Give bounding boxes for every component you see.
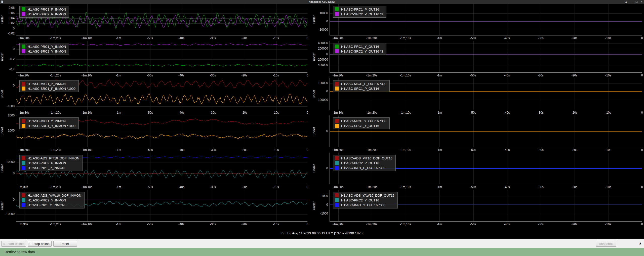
legend[interactable]: H1:ASC-MICH_Y_INMONH1:ASC-SRC1_Y_INMON *… [19, 117, 79, 129]
legend-entry: H1:ASC-MICH_Y_OUT16 *300 [335, 119, 386, 123]
plot-area[interactable]: H1:ASC-ADS_PIT10_DOF_OUT16H1:ASC-PRC2_P_… [330, 153, 642, 184]
x-tick-label: -1m,20s [366, 223, 377, 226]
plot-ads-yaw-inmon[interactable]: undef0-10000H1:ASC-ADS_YAW10_DOF_INMONH1… [0, 190, 312, 227]
plot-grid: undef0.080.060.040.020-0.02H1:ASC-PRC1_P… [0, 4, 644, 228]
x-tick-label: -1m [116, 36, 121, 40]
legend[interactable]: H1:ASC-MICH_P_OUT16 *300H1:ASC-SRC1_P_OU… [333, 80, 390, 92]
trace [16, 64, 307, 67]
maximize-icon[interactable]: □ [636, 0, 637, 4]
y-tick-label: 0 [315, 166, 328, 170]
y-tick-label: -100000 [315, 98, 328, 102]
x-tick-label: -40s [179, 148, 184, 152]
stop-checkbox-icon [30, 243, 32, 245]
x-tick-label: -1m [437, 223, 442, 226]
close-icon[interactable]: × [641, 0, 642, 4]
y-tick-label: -1000 [4, 104, 15, 108]
x-tick-label: -30s [538, 111, 544, 114]
x-tick-label: -1m,30s [333, 36, 343, 40]
plot-mich-src1-pit-inmon[interactable]: undef0-1000H1:ASC-MICH_P_INMONH1:ASC-SRC… [0, 78, 312, 115]
legend-swatch-icon [335, 198, 339, 202]
plot-ads-pit-out[interactable]: undef0H1:ASC-ADS_PIT10_DOF_OUT16H1:ASC-P… [312, 153, 644, 190]
x-tick-label: -20s [572, 185, 577, 189]
legend[interactable]: H1:ASC-PRC1_Y_OUT16H1:ASC-SRC2_Y_OUT16 *… [333, 43, 386, 55]
legend-entry: H1:ASC-SRC2_Y_INMON [22, 49, 66, 53]
x-tick-label: -20s [242, 111, 247, 114]
x-tick-label: -1m [437, 111, 442, 114]
plot-area[interactable]: H1:ASC-PRC1_Y_INMONH1:ASC-SRC2_Y_INMON [16, 41, 307, 73]
plot-area[interactable]: H1:ASC-MICH_Y_INMONH1:ASC-SRC1_Y_INMON *… [16, 115, 307, 147]
plot-area[interactable]: H1:ASC-PRC1_P_OUT16H1:ASC-SRC2_P_OUT16 *… [330, 4, 642, 35]
legend-swatch-icon [22, 119, 25, 123]
plot-area[interactable]: H1:ASC-MICH_P_OUT16 *300H1:ASC-SRC1_P_OU… [330, 78, 642, 110]
x-tick-label: -10s [273, 185, 279, 189]
plot-area[interactable]: H1:ASC-MICH_P_INMONH1:ASC-SRC1_P_INMON *… [16, 78, 307, 110]
snapshot-button[interactable]: snapshot [596, 241, 616, 247]
plot-prc-src-yaw-inmon[interactable]: undef0-0.2-0.4H1:ASC-PRC1_Y_INMONH1:ASC-… [0, 41, 312, 78]
plot-area[interactable]: H1:ASC-ADS_PIT10_DOF_INMONH1:ASC-PRC2_P_… [16, 153, 307, 184]
plot-mich-src1-yaw-inmon[interactable]: undef20001000H1:ASC-MICH_Y_INMONH1:ASC-S… [0, 115, 312, 153]
channel-name: H1:ASC-SRC2_Y_INMON [28, 50, 66, 53]
plot-area[interactable]: H1:ASC-ADS_YAW10_DOF_OUT16H1:ASC-PRC2_Y_… [330, 190, 642, 222]
titlebar[interactable]: ndscope: ASC DRMI ∧ _ □ × [0, 0, 644, 4]
snapshot-label: snapshot [599, 242, 613, 246]
trace [16, 94, 307, 105]
minimize-icon[interactable]: _ [631, 0, 632, 4]
legend[interactable]: H1:ASC-ADS_PIT10_DOF_OUT16H1:ASC-PRC2_P_… [333, 155, 396, 171]
y-tick-label: 0.02 [4, 21, 15, 25]
plot-ads-yaw-out[interactable]: undef10000-1000H1:ASC-ADS_YAW10_DOF_OUT1… [312, 190, 644, 227]
scroll-up-icon[interactable]: ▲ [638, 241, 642, 245]
plot-area[interactable]: H1:ASC-MICH_Y_OUT16 *300H1:ASC-SRC1_Y_OU… [330, 115, 642, 147]
reset-button[interactable]: reset [53, 241, 77, 247]
legend-swatch-icon [22, 87, 25, 91]
legend[interactable]: H1:ASC-ADS_PIT10_DOF_INMONH1:ASC-PRC2_P_… [19, 155, 83, 171]
x-tick-label: -40s [504, 223, 510, 226]
y-axis-label: undef [312, 41, 316, 73]
y-tick-label: -200000 [315, 58, 328, 61]
y-tick-label: 0.06 [4, 11, 15, 15]
legend[interactable]: H1:ASC-MICH_Y_OUT16 *300H1:ASC-SRC1_Y_OU… [333, 117, 390, 129]
x-tick-label: -10s [273, 223, 279, 226]
x-tick-label: -40s [179, 185, 184, 189]
stop-online-button[interactable]: stop online [28, 241, 52, 247]
shade-icon[interactable]: ∧ [625, 0, 627, 4]
x-tick-label: -40s [504, 185, 510, 189]
legend[interactable]: H1:ASC-ADS_YAW10_DOF_OUT16H1:ASC-PRC2_Y_… [333, 192, 398, 208]
plot-prc-src-yaw-out[interactable]: undef4000002000000-200000-400000H1:ASC-P… [312, 41, 644, 78]
legend-swatch-icon [22, 156, 25, 160]
x-tick-label: -40s [504, 148, 510, 152]
x-tick-label: -1m,20s [366, 148, 377, 152]
y-tick-label: 0 [4, 27, 15, 30]
legend[interactable]: H1:ASC-ADS_YAW10_DOF_INMONH1:ASC-PRC2_Y_… [19, 192, 85, 208]
legend[interactable]: H1:ASC-MICH_P_INMONH1:ASC-SRC1_P_INMON *… [19, 80, 79, 92]
x-tick-label: -1m [116, 148, 121, 152]
legend[interactable]: H1:ASC-PRC1_P_INMONH1:ASC-SRC2_P_INMON [19, 6, 69, 18]
channel-name: H1:ASC-SRC1_P_INMON *1000 [28, 87, 75, 91]
plot-mich-src1-pit-out[interactable]: undef1000000-100000H1:ASC-MICH_P_OUT16 *… [312, 78, 644, 115]
x-tick-label: -30s [210, 74, 216, 77]
x-tick-label: -1m,10s [82, 148, 92, 152]
plot-prc-src-pit-inmon[interactable]: undef0.080.060.040.020-0.02H1:ASC-PRC1_P… [0, 4, 312, 41]
x-tick-label: m,30s [20, 185, 28, 189]
x-tick-label: -1m,10s [82, 111, 92, 114]
plot-area[interactable]: H1:ASC-PRC1_P_INMONH1:ASC-SRC2_P_INMON [16, 4, 307, 35]
x-tick-label: -20s [572, 111, 577, 114]
plot-prc-src-pit-out[interactable]: undef100000-10000H1:ASC-PRC1_P_OUT16H1:A… [312, 4, 644, 41]
x-tick-label: -40s [504, 111, 510, 114]
x-tick-label: -1m,30s [19, 111, 29, 114]
legend-swatch-icon [22, 166, 25, 170]
y-axis-label: undef [0, 190, 4, 222]
channel-name: H1:ASC-ADS_PIT10_DOF_INMON [28, 156, 79, 160]
legend-swatch-icon [335, 119, 339, 123]
plot-mich-src1-yaw-out[interactable]: undef0H1:ASC-MICH_Y_OUT16 *300H1:ASC-SRC… [312, 115, 644, 153]
start-online-button[interactable]: ▷ start online [1, 241, 26, 247]
x-tick-label: -30s [210, 148, 216, 152]
legend[interactable]: H1:ASC-PRC1_Y_INMONH1:ASC-SRC2_Y_INMON [19, 43, 69, 55]
plot-area[interactable]: H1:ASC-ADS_YAW10_DOF_INMONH1:ASC-PRC2_Y_… [16, 190, 307, 222]
x-tick-label: -20s [572, 148, 577, 152]
legend[interactable]: H1:ASC-PRC1_P_OUT16H1:ASC-SRC2_P_OUT16 *… [333, 6, 386, 18]
x-tick-label: -1m,10s [400, 223, 411, 226]
x-tick-label: -1m,20s [366, 74, 377, 77]
plot-area[interactable]: H1:ASC-PRC1_Y_OUT16H1:ASC-SRC2_Y_OUT16 *… [330, 41, 642, 73]
x-tick-label: -1m [116, 223, 121, 226]
plot-ads-pit-inmon[interactable]: undef100000H1:ASC-ADS_PIT10_DOF_INMONH1:… [0, 153, 312, 190]
